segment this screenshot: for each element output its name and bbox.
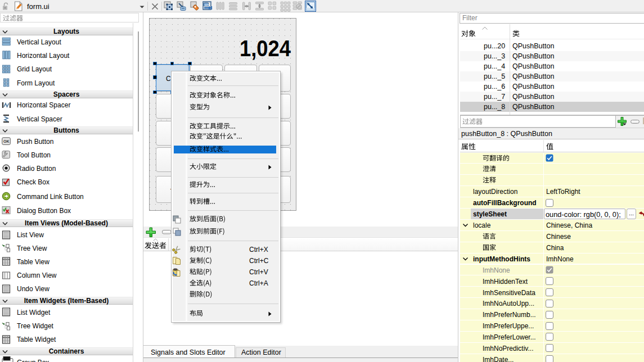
svg-text:OK: OK: [3, 139, 10, 143]
svg-text:123: 123: [204, 3, 209, 7]
